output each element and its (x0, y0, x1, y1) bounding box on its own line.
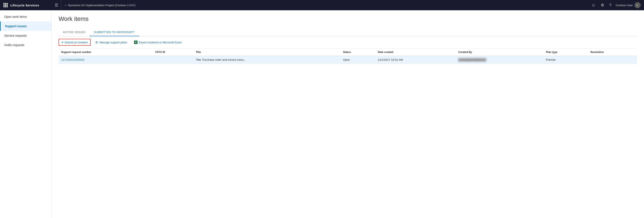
breadcrumb-arrow: > (65, 4, 66, 7)
tab-submitted-to-microsoft-label: SUBMITTED TO MICROSOFT (94, 30, 135, 34)
created-by-blurred: ██████████████ (458, 58, 486, 61)
submit-incident-button[interactable]: + Submit an incident (58, 39, 90, 46)
gear-icon: ⚙ (95, 41, 98, 44)
col-title: Title (193, 48, 340, 56)
top-navigation: Lifecycle Services ☰ > Dynamics AX Imple… (0, 0, 644, 10)
sidebar-item-label: Service requests (4, 34, 27, 37)
col-resolution: Resolution (588, 48, 637, 56)
avatar: C (634, 2, 640, 8)
table-body: 117120114120422 Title: Purchase order an… (58, 56, 637, 64)
cell-created-by: ██████████████ (456, 56, 544, 64)
table-header: Support request number VSTS ID Title Sta… (58, 48, 637, 56)
sidebar: Open work items Support issues Service r… (0, 10, 52, 218)
main-content: Work items ACTIVE ISSUES SUBMITTED TO MI… (52, 10, 644, 218)
manage-support-plans-label: Manage support plans (100, 41, 127, 44)
user-name: Contoso User (616, 4, 633, 7)
export-incidents-label: Export incidents to Microsoft Excel (139, 41, 182, 44)
feedback-icon[interactable]: ☺ (591, 2, 596, 8)
sidebar-item-hotfix-requests[interactable]: Hotfix requests (0, 40, 52, 50)
sidebar-item-service-requests[interactable]: Service requests (0, 31, 52, 40)
page-layout: Open work items Support issues Service r… (0, 10, 644, 218)
tab-submitted-to-microsoft[interactable]: SUBMITTED TO MICROSOFT (90, 28, 139, 36)
tab-active-issues-label: ACTIVE ISSUES (63, 30, 86, 34)
col-vsts-id: VSTS ID (152, 48, 193, 56)
toolbar: + Submit an incident ⚙ Manage support pl… (58, 36, 637, 48)
export-incidents-button[interactable]: X Export incidents to Microsoft Excel (132, 39, 184, 45)
col-status: Status (340, 48, 375, 56)
sidebar-item-open-work-items[interactable]: Open work items (0, 12, 52, 21)
col-created-by: Created By (456, 48, 544, 56)
sidebar-item-label: Support issues (5, 24, 27, 28)
app-title: Lifecycle Services (10, 3, 39, 7)
app-grid-icon[interactable] (4, 3, 8, 7)
cell-status: Open (340, 56, 375, 64)
col-support-request-number: Support request number (58, 48, 152, 56)
user-menu[interactable]: Contoso User C (616, 2, 640, 8)
tabs-bar: ACTIVE ISSUES SUBMITTED TO MICROSOFT (58, 28, 637, 36)
cell-title: Title: Purchase order and invoice trans.… (193, 56, 340, 64)
cell-date-created: 12/1/2017 10:51 AM (375, 56, 456, 64)
cell-support-request-number[interactable]: 117120114120422 (58, 56, 152, 64)
plus-icon: + (62, 41, 63, 44)
manage-support-plans-button[interactable]: ⚙ Manage support plans (93, 39, 129, 45)
avatar-initial: C (636, 4, 638, 7)
cell-vsts-id (152, 56, 193, 64)
excel-icon: X (134, 41, 138, 44)
app-brand: Lifecycle Services (0, 0, 52, 10)
sidebar-item-label: Hotfix requests (4, 43, 24, 47)
table-header-row: Support request number VSTS ID Title Sta… (58, 48, 637, 56)
cell-resolution (588, 56, 637, 64)
help-icon[interactable]: ? (608, 2, 612, 8)
sidebar-item-label: Open work items (4, 15, 27, 18)
breadcrumb: > Dynamics AX Implementation Project (Co… (61, 4, 591, 7)
incidents-table: Support request number VSTS ID Title Sta… (58, 48, 637, 64)
hamburger-menu-button[interactable]: ☰ (52, 0, 61, 10)
submit-incident-label: Submit an incident (64, 41, 88, 44)
cell-plan-type: Premier (544, 56, 588, 64)
col-plan-type: Plan type (544, 48, 588, 56)
topnav-actions: ☺ ⚙ ? Contoso User C (591, 2, 644, 8)
sidebar-item-support-issues[interactable]: Support issues (0, 21, 52, 31)
settings-icon[interactable]: ⚙ (600, 2, 605, 8)
table-row[interactable]: 117120114120422 Title: Purchase order an… (58, 56, 637, 64)
col-date-created: Date created (375, 48, 456, 56)
incident-link[interactable]: 117120114120422 (61, 58, 84, 61)
breadcrumb-text: Dynamics AX Implementation Project (Cont… (68, 4, 136, 7)
page-title: Work items (58, 15, 637, 22)
tab-active-issues[interactable]: ACTIVE ISSUES (58, 28, 90, 36)
